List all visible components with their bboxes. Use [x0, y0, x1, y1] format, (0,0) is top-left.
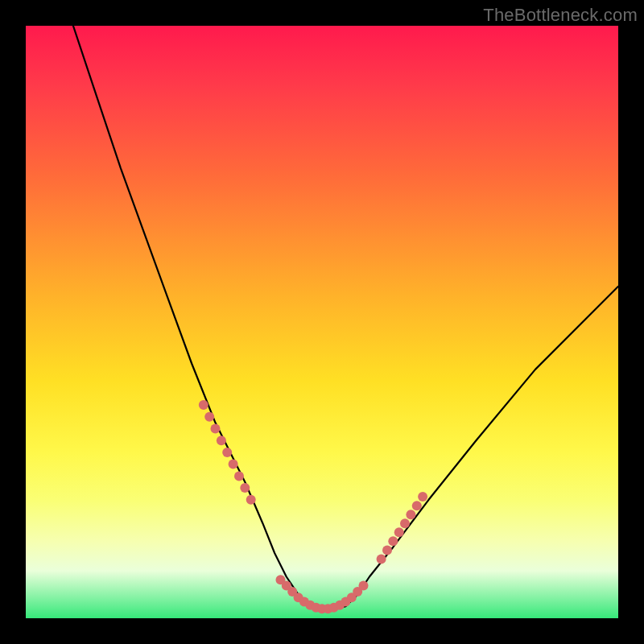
marker-point — [377, 554, 386, 564]
marker-point — [394, 527, 404, 537]
marker-point — [418, 492, 427, 502]
curve-layer — [73, 26, 618, 609]
marker-point — [204, 412, 214, 422]
marker-point — [229, 460, 238, 469]
watermark-text: TheBottleneck.com — [483, 5, 638, 26]
marker-point — [412, 501, 422, 510]
marker-point — [217, 436, 226, 445]
marker-point — [400, 518, 410, 528]
bottleneck-curve — [73, 26, 618, 609]
marker-point — [246, 495, 256, 505]
chart-svg — [26, 26, 618, 618]
marker-point — [359, 581, 369, 591]
marker-layer — [199, 400, 427, 613]
marker-point — [240, 483, 250, 493]
plot-area — [26, 26, 618, 618]
marker-point — [199, 400, 208, 410]
marker-point — [234, 471, 244, 481]
marker-point — [406, 510, 415, 519]
marker-point — [382, 545, 392, 555]
marker-point — [211, 424, 221, 434]
marker-point — [222, 448, 232, 457]
marker-point — [388, 536, 398, 546]
chart-frame: TheBottleneck.com — [0, 0, 644, 644]
